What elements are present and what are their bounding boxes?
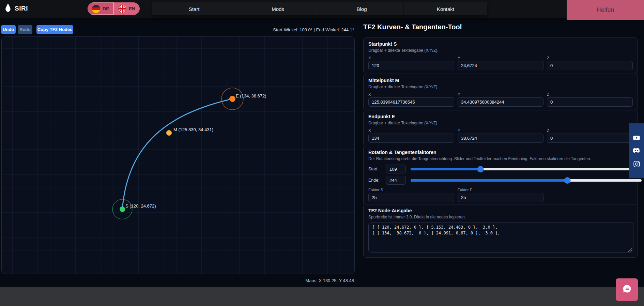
faktor-s-input[interactable] [368,193,454,202]
help-button[interactable]: Helfen [567,0,644,20]
point-s-handle[interactable] [120,206,125,212]
card-title: Rotation & Tangentenfaktoren [368,150,633,155]
end-x-input[interactable] [368,134,454,143]
start-angle-label: Start: [368,167,386,171]
field-label-y: Y [458,56,543,60]
startpoint-card: Startpunkt S Dragbar + direkte Texteinga… [363,37,638,74]
end-z-input[interactable] [547,134,633,143]
youtube-icon[interactable] [633,134,640,141]
start-z-input[interactable] [547,61,633,70]
panel-title: TF2 Kurven- & Tangenten-Tool [363,23,462,31]
field-label-x: X [368,92,454,96]
faktor-e-input[interactable] [458,193,543,202]
card-subtitle: Dragbar + direkte Texteingabe (X/Y/Z). [368,48,633,53]
point-m-handle[interactable] [166,130,172,136]
nav-item-mods[interactable]: Mods [236,2,320,15]
main-nav: Start Mods Blog Kontakt [152,2,487,15]
siri-drop-icon [4,3,12,14]
language-switcher: DE EN [88,2,140,15]
card-title: TF2 Node-Ausgabe [368,208,633,213]
card-subtitle: Der Rotationsring dreht die Tangentenric… [368,156,633,161]
brand-name: SIRI [15,5,28,12]
card-subtitle: Dragbar + direkte Texteingabe (X/Y/Z). [368,85,633,89]
slider-fill [411,168,480,170]
rotation-card: Rotation & Tangentenfaktoren Der Rotatio… [363,146,638,206]
node-output-textarea[interactable]: { { 120, 24.672, 0 }, { 5.153, 24.463, 0… [368,223,633,253]
field-label-x: X [368,128,454,133]
start-x-input[interactable] [368,61,454,70]
resize-handle[interactable] [628,248,632,252]
uk-flag-icon [118,5,126,13]
end-angle-slider[interactable] [411,176,642,185]
point-e-label: E (134, 38.672) [236,93,266,98]
endpoint-card: Endpunkt E Dragbar + direkte Texteingabe… [363,110,638,147]
field-label-y: Y [458,92,543,96]
card-subtitle: Spurbreite ist immer 3.0. Direkt in die … [368,215,633,219]
node-output-card: TF2 Node-Ausgabe Spurbreite ist immer 3.… [363,204,638,258]
instagram-icon[interactable] [633,160,640,168]
card-title: Endpunkt E [368,114,633,119]
lang-de-button[interactable]: DE [88,2,113,15]
start-angle-input[interactable] [386,165,406,173]
german-flag-icon [92,5,100,13]
lang-en-label: EN [129,6,135,11]
card-title: Mittelpunkt M [368,78,633,83]
start-y-input[interactable] [458,61,543,70]
footer-strip [0,287,644,306]
copy-tf2-nodes-button[interactable]: Copy TF2 Nodes [36,25,73,34]
end-y-input[interactable] [458,134,543,143]
point-e-handle[interactable] [229,96,235,102]
start-angle-slider[interactable] [411,165,642,173]
field-label-z: Z [547,128,633,133]
faktor-s-label: Faktor S [368,188,454,192]
point-m-label: M (125.839, 34.431) [173,127,213,132]
field-label-z: Z [547,56,633,60]
curve-path [122,99,232,209]
chat-widget-button[interactable] [616,278,638,301]
discord-icon[interactable] [633,147,640,155]
mid-y-input[interactable] [458,97,543,107]
field-label-z: Z [547,92,633,96]
nav-item-blog[interactable]: Blog [320,2,403,15]
nav-item-kontakt[interactable]: Kontakt [403,2,487,15]
navbar: SIRI DE EN St [0,0,644,18]
midpoint-card: Mittelpunkt M Dragbar + direkte Texteing… [363,74,638,110]
field-label-x: X [368,56,454,60]
lang-de-label: DE [103,6,109,11]
slider-thumb[interactable] [564,177,570,184]
slider-fill [411,179,567,182]
slider-thumb[interactable] [477,166,484,172]
mouse-status: Maus: X 130.25, Y 48.48 [252,278,354,283]
faktor-e-label: Faktor E [458,188,543,192]
angle-status: Start-Winkel: 109.0° | End-Winkel: 244.1… [211,27,354,32]
point-s-label: S (120, 24.672) [125,203,156,209]
card-subtitle: Dragbar + direkte Texteingabe (X/Y/Z). [368,121,633,125]
field-label-y: Y [458,128,543,133]
undo-button[interactable]: Undo [1,25,16,34]
end-angle-input[interactable] [386,176,406,185]
redo-button[interactable]: Redo [18,25,32,34]
chat-bubble-icon [622,284,632,296]
curve-canvas[interactable]: S (120, 24.672) M (125.839, 34.431) E (1… [1,36,355,274]
brand-logo[interactable]: SIRI [4,3,28,14]
lang-en-button[interactable]: EN [113,2,140,15]
card-title: Startpunkt S [368,41,633,47]
mid-x-input[interactable] [368,97,454,107]
end-angle-label: Ende: [368,178,386,183]
nav-item-start[interactable]: Start [152,2,236,15]
social-sidebar [629,123,644,178]
mid-z-input[interactable] [547,97,633,107]
